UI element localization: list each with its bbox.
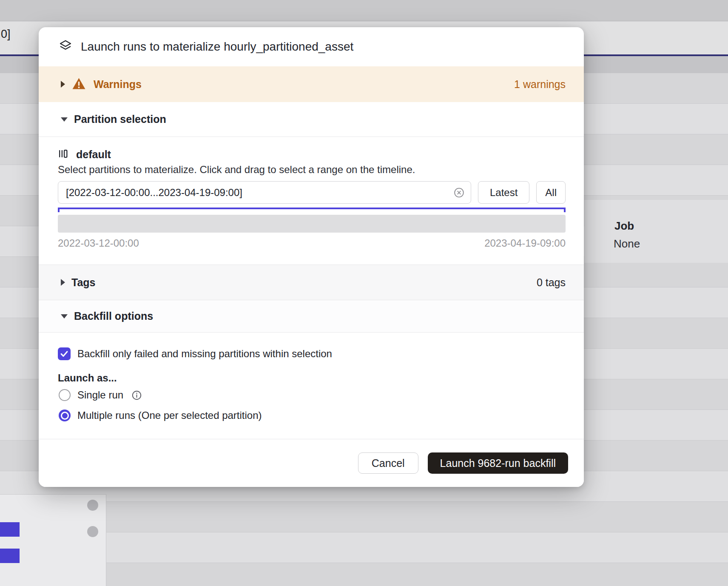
backfill-failed-missing-checkbox[interactable] <box>58 347 71 360</box>
backfill-options-title: Backfill options <box>74 310 153 322</box>
partition-range-input[interactable] <box>58 181 471 204</box>
warnings-label: Warnings <box>94 78 142 91</box>
partition-selection-title: Partition selection <box>74 113 166 125</box>
all-button[interactable]: All <box>536 181 566 204</box>
info-icon[interactable] <box>131 390 142 401</box>
selection-range-bracket <box>58 208 566 212</box>
backfill-failed-missing-row[interactable]: Backfill only failed and missing partiti… <box>58 347 566 361</box>
dialog-title: Launch runs to materialize hourly_partit… <box>81 40 353 54</box>
launch-backfill-dialog: Launch runs to materialize hourly_partit… <box>39 27 584 487</box>
clear-input-icon[interactable] <box>453 187 465 198</box>
launch-backfill-button[interactable]: Launch 9682-run backfill <box>428 452 568 474</box>
latest-button[interactable]: Latest <box>478 181 529 204</box>
single-run-label: Single run <box>77 389 123 401</box>
partition-selection-body: default Select partitions to materialize… <box>39 137 584 265</box>
partition-dimension-icon <box>58 148 68 161</box>
dialog-footer: Cancel Launch 9682-run backfill <box>39 439 584 487</box>
warning-icon <box>72 78 85 91</box>
caret-right-icon <box>61 81 65 88</box>
multiple-runs-label: Multiple runs (One per selected partitio… <box>77 410 262 421</box>
single-run-radio[interactable] <box>59 389 71 401</box>
single-run-option[interactable]: Single run <box>58 385 566 405</box>
dialog-header: Launch runs to materialize hourly_partit… <box>39 27 584 66</box>
partition-timeline-bar[interactable] <box>58 215 566 233</box>
partition-dimension-row: default <box>58 148 566 161</box>
multiple-runs-option[interactable]: Multiple runs (One per selected partitio… <box>58 406 566 425</box>
tags-count: 0 tags <box>537 276 566 289</box>
tags-section-toggle[interactable]: Tags 0 tags <box>39 265 584 300</box>
partition-dimension-name: default <box>76 148 111 161</box>
checkbox-label: Backfill only failed and missing partiti… <box>77 348 332 360</box>
multiple-runs-radio[interactable] <box>59 410 71 421</box>
materialize-icon <box>59 39 72 54</box>
timeline-end-label: 2023-04-19-09:00 <box>484 237 566 249</box>
caret-down-icon <box>61 117 68 122</box>
partition-instructions: Select partitions to materialize. Click … <box>58 163 566 176</box>
backfill-options-body: Backfill only failed and missing partiti… <box>39 333 584 439</box>
caret-right-icon <box>61 279 65 286</box>
caret-down-icon <box>61 314 68 319</box>
timeline-start-label: 2022-03-12-00:00 <box>58 237 139 249</box>
partition-range-controls: Latest All <box>58 181 566 204</box>
timeline-labels: 2022-03-12-00:00 2023-04-19-09:00 <box>58 237 566 249</box>
tags-title: Tags <box>71 276 96 289</box>
cancel-button[interactable]: Cancel <box>358 452 418 474</box>
partition-range-input-wrap <box>58 181 471 204</box>
launch-as-label: Launch as... <box>58 372 566 384</box>
warnings-count: 1 warnings <box>514 78 566 91</box>
backfill-options-toggle[interactable]: Backfill options <box>39 300 584 333</box>
partition-selection-toggle[interactable]: Partition selection <box>39 102 584 137</box>
warnings-section-toggle[interactable]: Warnings 1 warnings <box>39 66 584 102</box>
